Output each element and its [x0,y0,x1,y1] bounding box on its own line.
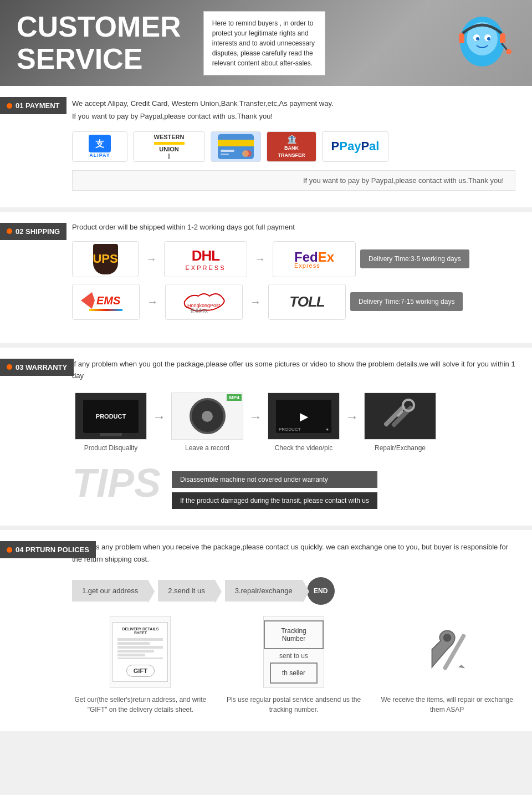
return-dot [7,547,12,553]
paypal-icon: PPayPal [322,131,388,162]
ems-carrier: EMS [72,284,140,320]
bank-transfer-icon: 🏦 BANK TRANSFER [267,131,316,162]
flow-label-repair: Repair/Exchange [375,444,426,452]
warranty-section: 03 WARRANTY If any problem when you got … [0,348,532,526]
svg-rect-13 [218,140,254,146]
svg-text:香港郵政: 香港郵政 [190,308,208,313]
arrow1: → [143,253,160,266]
toll-carrier: TOLL [268,284,346,320]
flow-box-product: PRODUCT [75,393,147,440]
delivery-sheet-img: DELIVERY DETAILS SHEET GIFT [110,616,171,688]
return-desc-1: Get our(the seller's)return address, and… [72,695,209,715]
return-item-1: DELIVERY DETAILS SHEET GIFT Get our [72,616,209,715]
svg-point-4 [476,37,479,40]
payment-icons-row: 支 ALIPAY WESTERN UNION ‖ [72,131,515,162]
payment-text1: We accept Alipay, Credit Card, Western U… [72,97,515,123]
return-section: 04 PRTURN POLICES If there's any problem… [0,530,532,731]
svg-rect-6 [459,33,464,43]
step-end: END [307,577,335,605]
tracking-box: Tracking Number [264,620,324,649]
svg-rect-14 [221,150,234,152]
flow-item-repair: Repair/Exchange [361,393,439,452]
step-3: 3.repair/exchange [225,580,303,602]
return-text: If there's any problem when you receive … [72,541,515,565]
tips-word: TIPS [72,463,161,503]
dhl-logo: DHL [186,247,226,264]
arrow4: → [247,295,264,308]
credit-card-icon [211,131,261,162]
return-item-3: We receive the items, will repair or exc… [378,616,515,715]
hkpost-carrier: HongkongPost 香港郵政 [165,284,243,320]
payment-note: If you want to pay by Paypal,please cont… [72,170,515,191]
svg-text:HongkongPost: HongkongPost [187,303,221,308]
svg-point-9 [506,49,511,54]
svg-text:EMS: EMS [96,294,121,307]
ups-logo: UPS [93,244,118,274]
flow-item-product: PRODUCT Product Disquality [72,393,150,452]
sent-text: sent to us [279,652,308,660]
payment-label: 01 PAYMENT [0,97,66,114]
tracking-img: Tracking Number sent to us th seller [263,616,324,688]
flow-item-check: ▶ PRODUCT ● Check the video/pic [265,393,342,452]
step-2: 2.send it us [158,580,215,602]
fast-carriers-row: UPS → DHL EXPRESS → FedEx Express Delive… [72,241,515,277]
slow-delivery-time: Delivery Time:7-15 working days [350,292,463,311]
flow-box-repair [364,393,436,440]
fedex-carrier: FedEx Express [273,241,356,277]
hkpost-logo: HongkongPost 香港郵政 [179,291,229,313]
tip-item-2: If the product damaged during the transi… [172,492,377,509]
warranty-label: 03 WARRANTY [0,359,74,376]
arrow2: → [252,253,268,266]
fast-delivery-time: Delivery Time:3-5 working days [360,249,469,268]
western-union-icon: WESTERN UNION ‖ [133,131,205,162]
svg-rect-15 [221,154,229,155]
return-steps: 1.get our address 2.send it us 3.repair/… [72,577,515,605]
shipping-label: 02 SHIPPING [0,223,66,240]
svg-rect-7 [500,33,505,43]
page-header: CUSTOMER SERVICE Here to remind buyers ,… [0,0,532,86]
tip-item-1: Disassemble machine not covered under wa… [172,471,377,488]
step-1: 1.get our address [72,580,148,602]
shipping-text: Product order will be shipped within 1-2… [72,223,515,231]
flow-box-record: MP4 [171,393,243,440]
svg-marker-27 [458,664,465,667]
flow-arrow3: → [345,409,359,425]
ups-carrier: UPS [72,241,139,277]
warranty-flow: PRODUCT Product Disquality → MP4 Leave a… [72,393,515,452]
arrow3: → [144,295,161,308]
dhl-express-text: EXPRESS [186,264,226,271]
shipping-section: 02 SHIPPING Product order will be shippe… [0,212,532,343]
warranty-text: If any problem when you got the package,… [72,359,515,382]
dhl-carrier: DHL EXPRESS [164,241,247,277]
flow-label-record: Leave a record [185,444,229,452]
tips-items: Disassemble machine not covered under wa… [172,463,377,509]
ems-logo: EMS [81,292,131,311]
tools-img [417,616,478,688]
shipping-dot [7,228,12,234]
return-flow: DELIVERY DETAILS SHEET GIFT Get our [72,616,515,715]
svg-point-17 [242,150,249,157]
return-desc-3: We receive the items, will repair or exc… [378,695,515,715]
flow-item-record: MP4 Leave a record [168,393,246,452]
alipay-icon: 支 ALIPAY [72,131,127,162]
flow-arrow2: → [249,409,262,425]
payment-dot [7,103,12,109]
return-label: 04 PRTURN POLICES [0,541,96,558]
slow-carriers-row: EMS → HongkongPost 香港郵政 → TOLL Deliv [72,284,515,320]
tips-section: TIPS Disassemble machine not covered und… [72,463,515,509]
return-desc-2: Pls use regular postal service andsend u… [226,695,362,715]
svg-point-5 [487,37,490,40]
toll-logo: TOLL [289,293,324,310]
seller-box: th seller [270,662,318,684]
svg-text:支: 支 [95,139,105,149]
header-title: CUSTOMER SERVICE [17,11,181,74]
svg-marker-18 [81,292,95,309]
flow-label-product: Product Disquality [84,444,138,452]
flow-box-check: ▶ PRODUCT ● [268,393,340,440]
flow-arrow1: → [152,409,166,425]
flow-label-check: Check the video/pic [275,444,333,452]
return-item-2: Tracking Number sent to us th seller Pls… [226,616,362,715]
header-notice: Here to remind buyers , in order to prot… [203,11,325,75]
payment-section: 01 PAYMENT We accept Alipay, Credit Card… [0,86,532,207]
warranty-dot [7,364,12,370]
